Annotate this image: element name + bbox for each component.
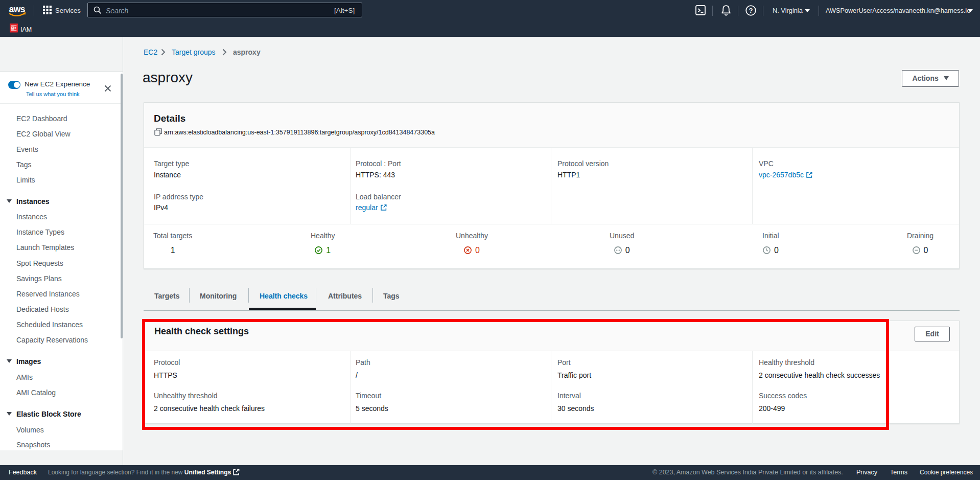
svg-text:?: ?: [749, 7, 753, 14]
svg-text:aws: aws: [9, 4, 26, 14]
